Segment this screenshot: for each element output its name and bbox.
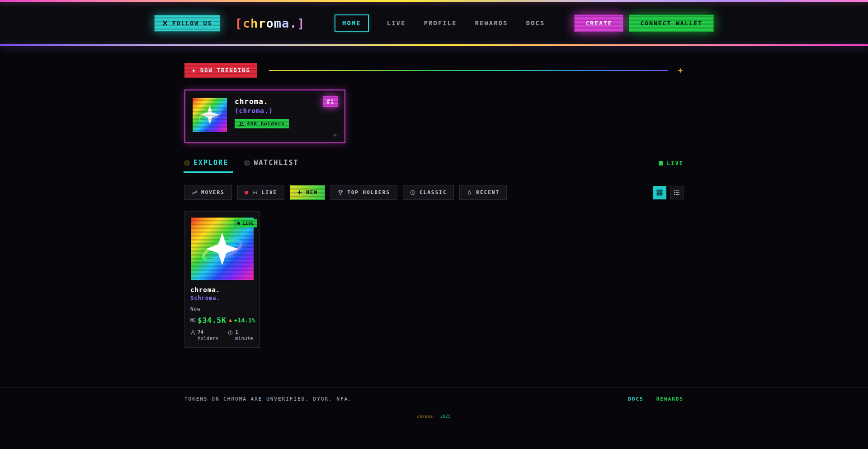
- filter-top-holders-label: TOP HOLDERS: [347, 189, 390, 195]
- filter-recent-label: RECENT: [476, 189, 500, 195]
- logo[interactable]: [chroma.]: [235, 16, 305, 30]
- holders-count: 74: [198, 329, 218, 336]
- filters-row: MOVERS LIVE NEW: [184, 185, 684, 200]
- token-age: Now: [190, 306, 254, 312]
- live-indicator: LIVE: [659, 160, 684, 172]
- tab-watchlist-label: WATCHLIST: [254, 159, 298, 167]
- filter-top-holders-button[interactable]: TOP HOLDERS: [330, 185, 397, 200]
- nav-live[interactable]: LIVE: [387, 19, 406, 27]
- token-live-badge: LIVE: [234, 219, 257, 227]
- red-dot-icon: [245, 191, 248, 194]
- now-trending-label: NOW TRENDING: [200, 67, 250, 74]
- footer-links: DOCS REWARDS: [628, 396, 684, 402]
- age-label: minute: [235, 336, 253, 342]
- list-view-button[interactable]: [670, 186, 684, 199]
- token-stats-row: 74 holders 1 minute: [190, 329, 254, 342]
- x-logo-icon: [162, 20, 168, 26]
- person-icon: [190, 329, 195, 335]
- trending-token-name: chroma.: [235, 97, 289, 106]
- filter-live-label: LIVE: [262, 189, 278, 195]
- footer-disclaimer: TOKENS ON CHROMA ARE UNVERIFIED. DYOR. N…: [184, 396, 352, 402]
- create-button[interactable]: CREATE: [574, 14, 623, 32]
- trending-up-icon: [192, 190, 197, 195]
- token-image: LIVE: [190, 217, 254, 281]
- market-cap-row: MC $34.5K +14.1%: [190, 316, 254, 325]
- watchlist-icon: [245, 161, 250, 165]
- nav-profile[interactable]: PROFILE: [424, 19, 457, 27]
- trending-header-row: NOW TRENDING: [184, 63, 684, 78]
- rainbow-divider-line: [269, 70, 668, 71]
- grid-view-button[interactable]: [653, 186, 666, 199]
- sparkle-icon: [677, 67, 684, 74]
- clock-icon: [410, 190, 415, 195]
- filter-new-button[interactable]: NEW: [290, 185, 325, 200]
- follow-us-button[interactable]: FOLLOW US: [154, 15, 220, 32]
- clock-icon: [228, 329, 233, 335]
- trending-token-image: [192, 97, 227, 132]
- mc-label: MC: [190, 318, 196, 323]
- live-indicator-label: LIVE: [667, 160, 684, 166]
- filter-new-label: NEW: [306, 189, 318, 195]
- explore-icon: [184, 161, 189, 165]
- footer-link-docs[interactable]: DOCS: [628, 396, 644, 402]
- nav-home[interactable]: HOME: [335, 14, 369, 32]
- filter-classic-label: CLASSIC: [420, 189, 447, 195]
- nav-docs[interactable]: DOCS: [526, 19, 545, 27]
- list-icon: [674, 189, 680, 196]
- view-toggles: [653, 186, 684, 199]
- age-value: 1: [235, 329, 253, 336]
- holders-icon: [239, 121, 244, 127]
- copyright-year: 2025: [440, 415, 451, 419]
- grid-icon: [656, 189, 663, 196]
- trending-holders-badge: 446 holders: [235, 119, 289, 128]
- copyright: chroma. 2025: [0, 415, 868, 419]
- tab-watchlist[interactable]: WATCHLIST: [245, 159, 298, 172]
- site-footer: TOKENS ON CHROMA ARE UNVERIFIED. DYOR. N…: [0, 388, 868, 419]
- filter-classic-button[interactable]: CLASSIC: [403, 185, 454, 200]
- main-nav: HOME LIVE PROFILE REWARDS DOCS: [335, 14, 545, 32]
- follow-us-label: FOLLOW US: [172, 20, 212, 27]
- star-ring-graphic: [193, 98, 227, 132]
- tabs-row: EXPLORE WATCHLIST LIVE: [184, 159, 684, 172]
- copyright-name: chroma.: [417, 415, 436, 419]
- nav-rewards[interactable]: REWARDS: [475, 19, 508, 27]
- holders-stat: 74 holders: [190, 329, 218, 342]
- trophy-icon: [338, 190, 343, 195]
- trending-token-card[interactable]: chroma. (chroma.) 446 holders #1: [184, 90, 345, 143]
- token-name: chroma.: [190, 286, 254, 293]
- holders-label: holders: [198, 336, 218, 342]
- token-ticker: $chroma.: [190, 295, 254, 301]
- tab-explore-label: EXPLORE: [193, 159, 228, 167]
- mc-value: $34.5K: [198, 316, 226, 325]
- age-stat: 1 minute: [228, 329, 253, 342]
- token-grid: LIVE chroma. $chroma. Now MC $34.5K +14.…: [184, 211, 684, 348]
- filter-recent-button[interactable]: RECENT: [459, 185, 507, 200]
- arrow-up-icon: [228, 318, 232, 322]
- trending-holders-label: 446 holders: [247, 121, 285, 127]
- sparkle-icon: [191, 68, 196, 73]
- connect-wallet-button[interactable]: CONNECT WALLET: [629, 14, 714, 32]
- tab-explore[interactable]: EXPLORE: [184, 159, 228, 172]
- trending-token-info: chroma. (chroma.) 446 holders: [235, 97, 289, 136]
- live-dot-icon: [237, 222, 240, 225]
- sparkle-icon: [297, 190, 302, 195]
- footer-link-rewards[interactable]: REWARDS: [656, 396, 684, 402]
- token-live-label: LIVE: [242, 221, 254, 226]
- filter-movers-label: MOVERS: [201, 189, 225, 195]
- filter-movers-button[interactable]: MOVERS: [184, 185, 232, 200]
- mc-change: +14.1%: [234, 317, 255, 324]
- filter-live-button[interactable]: LIVE: [237, 185, 285, 200]
- flame-icon: [467, 190, 472, 195]
- sparkle-icon: [332, 132, 338, 138]
- token-card[interactable]: LIVE chroma. $chroma. Now MC $34.5K +14.…: [184, 211, 260, 348]
- site-header: FOLLOW US [chroma.] HOME LIVE PROFILE RE…: [0, 0, 868, 46]
- rank-badge: #1: [323, 96, 338, 107]
- broadcast-icon: [252, 190, 258, 195]
- now-trending-badge: NOW TRENDING: [184, 63, 257, 78]
- live-square-icon: [659, 161, 663, 165]
- trending-token-ticker: (chroma.): [235, 107, 289, 114]
